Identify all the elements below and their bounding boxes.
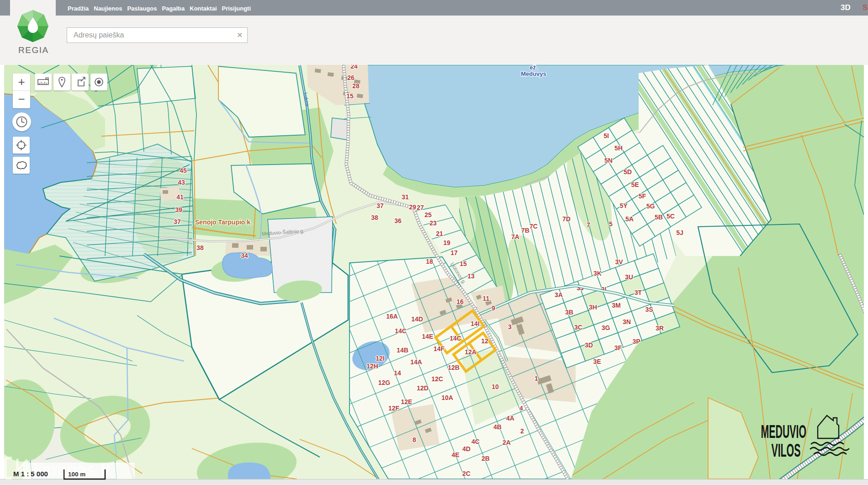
svg-text:10: 10 bbox=[492, 383, 499, 390]
svg-text:16: 16 bbox=[456, 298, 464, 305]
svg-text:9: 9 bbox=[492, 304, 495, 312]
svg-text:34: 34 bbox=[241, 252, 248, 259]
svg-text:38: 38 bbox=[371, 214, 378, 221]
svg-text:4D: 4D bbox=[462, 445, 471, 453]
svg-text:14F: 14F bbox=[434, 345, 445, 352]
svg-text:11: 11 bbox=[483, 295, 490, 302]
svg-text:7B: 7B bbox=[521, 227, 529, 234]
svg-text:3: 3 bbox=[508, 323, 512, 330]
svg-text:10A: 10A bbox=[441, 394, 453, 401]
svg-text:24: 24 bbox=[350, 65, 358, 70]
svg-text:3S: 3S bbox=[645, 306, 653, 313]
svg-text:4A: 4A bbox=[506, 415, 514, 422]
svg-text:Meduvys: Meduvys bbox=[521, 70, 546, 77]
svg-text:12C: 12C bbox=[431, 375, 443, 383]
svg-text:12E: 12E bbox=[401, 398, 413, 405]
svg-text:12G: 12G bbox=[378, 379, 391, 386]
svg-text:3G: 3G bbox=[602, 324, 610, 331]
svg-text:19: 19 bbox=[443, 239, 450, 246]
svg-text:8: 8 bbox=[413, 436, 416, 443]
svg-text:12D: 12D bbox=[417, 384, 429, 392]
svg-text:21: 21 bbox=[436, 230, 443, 237]
svg-text:36: 36 bbox=[394, 217, 402, 224]
svg-text:4C: 4C bbox=[471, 438, 480, 445]
svg-text:100 m: 100 m bbox=[68, 471, 85, 478]
svg-text:14A: 14A bbox=[410, 358, 422, 366]
svg-text:3T: 3T bbox=[635, 289, 642, 296]
svg-text:27: 27 bbox=[417, 204, 424, 211]
svg-text:23: 23 bbox=[429, 219, 437, 227]
svg-text:41: 41 bbox=[176, 193, 184, 201]
svg-text:7C: 7C bbox=[529, 223, 538, 230]
svg-text:MEDUVIO: MEDUVIO bbox=[761, 421, 806, 442]
svg-text:7A: 7A bbox=[511, 233, 519, 240]
svg-text:5F: 5F bbox=[639, 192, 646, 200]
svg-text:39: 39 bbox=[175, 206, 182, 213]
svg-text:26: 26 bbox=[347, 74, 355, 81]
svg-text:12H: 12H bbox=[366, 362, 378, 370]
svg-text:25: 25 bbox=[424, 211, 432, 219]
svg-text:3U: 3U bbox=[625, 273, 633, 281]
svg-text:28: 28 bbox=[352, 82, 360, 90]
svg-text:17: 17 bbox=[450, 249, 458, 256]
svg-text:15: 15 bbox=[460, 260, 467, 267]
svg-text:2C: 2C bbox=[462, 470, 471, 477]
svg-text:13: 13 bbox=[467, 272, 475, 280]
svg-text:29: 29 bbox=[409, 203, 416, 211]
svg-text:5I: 5I bbox=[603, 132, 609, 139]
svg-text:18: 18 bbox=[426, 258, 433, 265]
svg-text:5Y: 5Y bbox=[619, 202, 628, 209]
svg-text:3A: 3A bbox=[555, 291, 563, 298]
svg-text:5A: 5A bbox=[625, 215, 634, 223]
svg-text:2B: 2B bbox=[482, 455, 490, 462]
svg-text:12F: 12F bbox=[388, 405, 400, 412]
svg-text:4: 4 bbox=[519, 405, 523, 412]
svg-text:14B: 14B bbox=[397, 346, 408, 354]
svg-text:45: 45 bbox=[180, 167, 187, 174]
svg-text:15: 15 bbox=[346, 92, 354, 100]
svg-text:14C: 14C bbox=[395, 327, 407, 335]
svg-text:3R: 3R bbox=[656, 325, 664, 332]
svg-text:4B: 4B bbox=[493, 423, 502, 431]
svg-text:43: 43 bbox=[178, 179, 185, 186]
svg-text:14I: 14I bbox=[471, 320, 479, 327]
svg-text:2A: 2A bbox=[503, 439, 511, 446]
svg-text:5C: 5C bbox=[667, 213, 675, 220]
svg-text:5J: 5J bbox=[676, 229, 683, 236]
svg-text:3H: 3H bbox=[589, 304, 597, 311]
svg-text:14E: 14E bbox=[422, 333, 434, 340]
svg-text:7D: 7D bbox=[562, 215, 571, 223]
svg-text:2: 2 bbox=[520, 427, 524, 435]
svg-text:3M: 3M bbox=[612, 302, 620, 309]
svg-text:31: 31 bbox=[402, 193, 409, 201]
svg-text:3E: 3E bbox=[593, 358, 601, 365]
svg-text:16A: 16A bbox=[386, 313, 398, 320]
svg-text:12B: 12B bbox=[448, 364, 460, 371]
svg-text:14D: 14D bbox=[411, 315, 423, 323]
svg-text:3P: 3P bbox=[632, 338, 640, 345]
svg-text:12I: 12I bbox=[376, 355, 384, 362]
svg-text:7: 7 bbox=[587, 221, 590, 229]
svg-text:5D: 5D bbox=[624, 168, 632, 176]
svg-text:3V: 3V bbox=[615, 258, 623, 266]
svg-text:5B: 5B bbox=[655, 213, 663, 221]
svg-text:3D: 3D bbox=[585, 341, 593, 349]
svg-text:Senojo Tarpupio k.: Senojo Tarpupio k. bbox=[195, 219, 252, 226]
svg-text:3N: 3N bbox=[623, 318, 631, 325]
svg-text:1: 1 bbox=[535, 375, 538, 382]
svg-text:3K: 3K bbox=[593, 270, 602, 277]
svg-text:37: 37 bbox=[174, 218, 181, 225]
svg-text:3C: 3C bbox=[574, 324, 582, 331]
svg-text:14: 14 bbox=[394, 369, 401, 377]
svg-text:4E: 4E bbox=[451, 451, 459, 458]
svg-text:5H: 5H bbox=[614, 144, 623, 152]
svg-text:37: 37 bbox=[376, 202, 384, 209]
svg-text:14C: 14C bbox=[450, 335, 461, 342]
svg-text:5N: 5N bbox=[604, 157, 613, 164]
svg-text:VILOS: VILOS bbox=[771, 439, 800, 460]
svg-text:3B: 3B bbox=[565, 309, 573, 316]
svg-text:3F: 3F bbox=[614, 344, 622, 352]
svg-text:12: 12 bbox=[481, 337, 488, 345]
svg-text:12A: 12A bbox=[465, 348, 476, 356]
svg-text:5E: 5E bbox=[631, 181, 639, 188]
